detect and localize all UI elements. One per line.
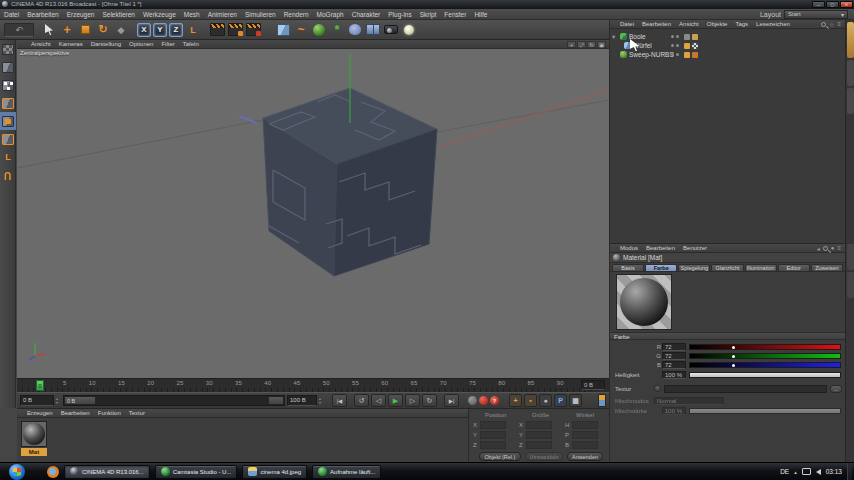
convert-button[interactable]: Umwandeln <box>525 452 563 461</box>
visibility-dot[interactable] <box>676 53 679 56</box>
range-stepper[interactable]: ▴▾ <box>319 395 324 406</box>
lock-icon[interactable]: ● <box>831 245 835 251</box>
size-y-field[interactable] <box>526 431 552 439</box>
add-spline-button[interactable]: ~ <box>293 22 309 38</box>
task-camtasia[interactable]: Camtasia Studio - U... <box>155 465 238 479</box>
menu-item[interactable]: Erzeugen <box>63 9 99 20</box>
add-mograph-button[interactable]: * <box>329 22 345 38</box>
menu-item[interactable]: Plug-ins <box>384 9 415 20</box>
close-button[interactable]: ✕ <box>840 1 853 8</box>
next-frame-button[interactable]: ▷ <box>405 394 420 407</box>
pos-x-field[interactable] <box>480 421 506 429</box>
network-icon[interactable] <box>802 468 811 475</box>
material-tab[interactable]: Illumination <box>745 264 777 271</box>
record-off-button[interactable] <box>468 396 477 405</box>
render-picture-viewer-button[interactable] <box>227 22 243 38</box>
panel-menu-icon[interactable]: ≡ <box>837 21 841 27</box>
menu-item[interactable]: Hilfe <box>470 9 491 20</box>
material-thumbnail[interactable] <box>21 421 47 447</box>
menu-item[interactable]: Werkzeuge <box>139 9 180 20</box>
render-view-button[interactable] <box>209 22 225 38</box>
timeline-ruler[interactable]: 05101520253035404550556065707580859095 0… <box>17 378 609 392</box>
tag-icon[interactable] <box>684 52 690 58</box>
lock-x-axis-button[interactable]: X <box>137 23 151 37</box>
object-menu-item[interactable]: Tags <box>731 20 752 29</box>
attribute-menu-item[interactable]: Bearbeiten <box>642 244 679 253</box>
attribute-menu-item[interactable]: Benutzer <box>679 244 711 253</box>
texture-browse-button[interactable]: ... <box>830 385 842 393</box>
visibility-dot[interactable] <box>671 44 674 47</box>
slider-handle[interactable] <box>732 364 735 367</box>
texture-tag-icon[interactable] <box>692 43 698 49</box>
viewport-menu-item[interactable]: Optionen <box>125 40 157 49</box>
mixstrength-field[interactable]: 100 % <box>662 407 686 415</box>
make-editable-button[interactable] <box>0 40 16 58</box>
lock-y-axis-button[interactable]: Y <box>153 23 167 37</box>
mixmode-dropdown[interactable]: Normal <box>654 397 724 405</box>
record-keyframe-button[interactable] <box>479 396 488 405</box>
menu-item[interactable]: Mesh <box>180 9 204 20</box>
material-tab[interactable]: Glanzlicht <box>711 264 743 271</box>
start-button[interactable] <box>9 464 25 480</box>
object-menu-item[interactable]: Lesezeichen <box>752 20 794 29</box>
object-mode-dropdown[interactable]: Objekt (Rel.) <box>479 452 521 461</box>
points-mode-button[interactable] <box>0 76 16 94</box>
scale-tool-button[interactable] <box>77 22 93 38</box>
visibility-dot[interactable] <box>676 44 679 47</box>
menu-item[interactable]: Skript <box>416 9 441 20</box>
menu-item[interactable]: MoGraph <box>313 9 348 20</box>
last-tool-button[interactable]: ◆ <box>113 22 129 38</box>
rotate-tool-button[interactable]: ↻ <box>95 22 111 38</box>
angle-b-field[interactable] <box>572 441 598 449</box>
search-icon[interactable] <box>821 22 826 27</box>
zoom-view-icon[interactable]: ⤢ <box>577 41 586 48</box>
brightness-slider[interactable] <box>689 372 841 378</box>
object-axis-mode-button[interactable] <box>0 130 16 148</box>
range-start-handle[interactable]: 0 B <box>65 397 95 404</box>
add-cube-button[interactable] <box>275 22 291 38</box>
object-menu-item[interactable]: Datei <box>616 20 638 29</box>
selection-tool-button[interactable] <box>41 22 57 38</box>
range-slider[interactable]: 0 B <box>63 395 285 406</box>
key-scale-button[interactable]: ▪ <box>524 394 537 407</box>
pan-view-icon[interactable]: + <box>567 41 576 48</box>
color-section-header[interactable]: Farbe <box>610 332 845 340</box>
menu-item[interactable]: Fenster <box>440 9 470 20</box>
menu-item[interactable]: Simulieren <box>241 9 280 20</box>
range-end-field[interactable]: 100 B <box>287 395 317 406</box>
add-environment-button[interactable] <box>365 22 381 38</box>
goto-end-button[interactable]: ▶| <box>444 394 459 407</box>
attribute-menu-item[interactable]: Modus <box>616 244 642 253</box>
angle-p-field[interactable] <box>572 431 598 439</box>
history-back-icon[interactable]: ◂ <box>817 245 820 252</box>
brightness-field[interactable]: 100 % <box>662 371 686 379</box>
texture-field[interactable] <box>664 385 827 393</box>
playhead[interactable]: 0 <box>36 380 44 391</box>
key-rotation-button[interactable]: ● <box>539 394 552 407</box>
task-cinema4d[interactable]: CINEMA 4D R13.016... <box>64 465 150 479</box>
key-parameter-button[interactable]: P <box>554 394 567 407</box>
dock-tab-active[interactable] <box>847 22 854 58</box>
model-mode-button[interactable] <box>0 58 16 76</box>
hidden-icons-button[interactable]: ▴ <box>794 469 797 475</box>
object-menu-item[interactable]: Bearbeiten <box>638 20 675 29</box>
frame-counter-field[interactable]: 0 B <box>581 380 605 390</box>
bookmark-icon[interactable]: ☆ <box>829 21 834 28</box>
clock[interactable]: 03:13 <box>826 468 842 475</box>
slider-handle[interactable] <box>732 355 735 358</box>
apply-button[interactable]: Anwenden <box>567 452 603 461</box>
menu-item[interactable]: Bearbeiten <box>23 9 62 20</box>
add-deformer-button[interactable] <box>347 22 363 38</box>
autokey-button[interactable]: ? <box>490 396 499 405</box>
material-menu-item[interactable]: Bearbeiten <box>57 409 94 418</box>
menu-item[interactable]: Rendern <box>280 9 313 20</box>
material-tab[interactable]: Basis <box>612 264 644 271</box>
visibility-dot[interactable] <box>671 53 674 56</box>
size-z-field[interactable] <box>526 441 552 449</box>
key-pla-button[interactable]: ▦ <box>569 394 582 407</box>
search-icon[interactable] <box>823 246 828 251</box>
rotate-view-icon[interactable]: ↻ <box>587 41 596 48</box>
undo-button[interactable]: ↶ <box>4 23 34 37</box>
channel-slider[interactable] <box>689 344 841 350</box>
dock-tab[interactable] <box>847 60 854 86</box>
